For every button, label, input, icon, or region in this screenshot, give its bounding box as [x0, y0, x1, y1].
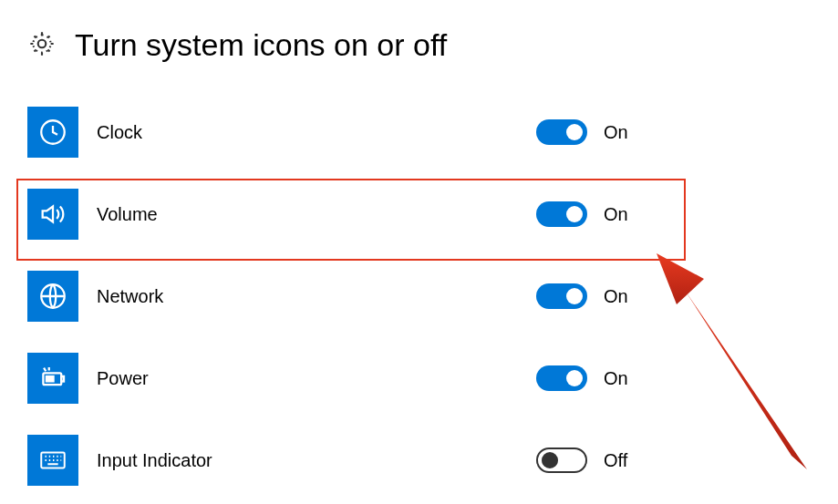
- toggle-state: Off: [604, 450, 627, 471]
- row-volume: Volume On: [27, 189, 811, 240]
- toggle-state: On: [604, 368, 628, 389]
- network-icon: [27, 271, 78, 322]
- keyboard-icon: [27, 435, 78, 486]
- clock-icon: [27, 107, 78, 158]
- row-input-indicator: Input Indicator Off: [27, 435, 811, 486]
- system-icons-list: Clock On Volume On Network: [27, 107, 811, 486]
- page-header: Turn system icons on or off: [27, 27, 811, 63]
- toggle-state: On: [604, 286, 628, 307]
- toggle-state: On: [604, 122, 628, 143]
- toggle-clock[interactable]: [536, 119, 587, 145]
- row-label: Input Indicator: [97, 450, 212, 471]
- toggle-power[interactable]: [536, 365, 587, 391]
- page-title: Turn system icons on or off: [75, 27, 447, 63]
- row-label: Network: [97, 286, 163, 307]
- row-network: Network On: [27, 271, 811, 322]
- toggle-volume[interactable]: [536, 201, 587, 227]
- toggle-state: On: [604, 204, 628, 225]
- svg-point-0: [38, 39, 47, 47]
- toggle-input-indicator[interactable]: [536, 447, 587, 473]
- row-label: Clock: [97, 122, 142, 143]
- svg-rect-5: [46, 375, 55, 383]
- gear-icon: [27, 29, 57, 62]
- row-clock: Clock On: [27, 107, 811, 158]
- toggle-network[interactable]: [536, 283, 587, 309]
- row-label: Power: [97, 368, 149, 389]
- volume-icon: [27, 189, 78, 240]
- power-icon: [27, 353, 78, 404]
- row-power: Power On: [27, 353, 811, 404]
- row-label: Volume: [97, 204, 158, 225]
- svg-rect-4: [61, 376, 64, 382]
